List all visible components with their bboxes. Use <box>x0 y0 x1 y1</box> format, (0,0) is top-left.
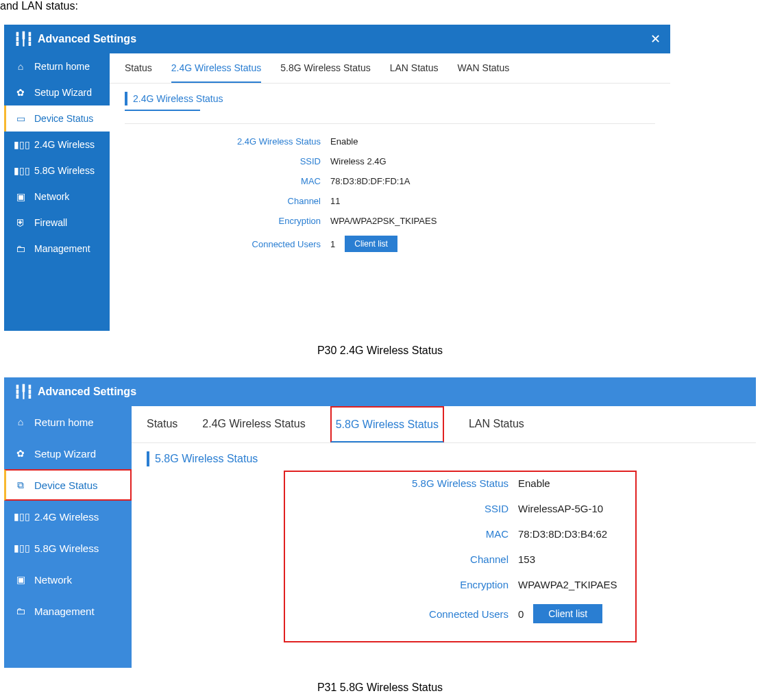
tab-wan-status[interactable]: WAN Status <box>458 53 510 83</box>
sidebar-item-device-status[interactable]: ⧉ Device Status <box>4 469 132 501</box>
sidebar-item-label: Setup Wizard <box>34 87 92 98</box>
sidebar: ⌂ Return home ✿ Setup Wizard ▭ Device St… <box>4 53 110 331</box>
tab-status[interactable]: Status <box>147 406 177 442</box>
sidebar-item-58g-wireless[interactable]: ▮▯▯ 5.8G Wireless <box>4 532 132 564</box>
monitor-icon: ▭ <box>14 113 27 124</box>
sidebar-item-label: Network <box>34 574 72 586</box>
network-icon: ▣ <box>14 191 27 202</box>
sidebar-item-label: Network <box>34 191 69 202</box>
field-row: Connected Users 1 Client list <box>125 236 655 252</box>
tab-58g-wireless-status[interactable]: 5.8G Wireless Status <box>330 406 444 442</box>
sidebar-item-setup-wizard[interactable]: ✿ Setup Wizard <box>4 79 110 105</box>
sidebar-item-24g-wireless[interactable]: ▮▯▯ 2.4G Wireless <box>4 501 132 532</box>
sidebar-item-device-status[interactable]: ▭ Device Status <box>4 105 110 132</box>
sidebar-item-label: 5.8G Wireless <box>34 542 99 554</box>
tab-58g-wireless-status[interactable]: 5.8G Wireless Status <box>280 53 371 83</box>
tab-status[interactable]: Status <box>125 53 152 83</box>
sidebar-item-label: 2.4G Wireless <box>34 511 99 523</box>
title-text: Advanced Settings <box>38 33 136 45</box>
caption-p30: P30 2.4G Wireless Status <box>0 345 760 357</box>
field-row: Connected Users 0 Client list <box>285 604 635 623</box>
field-value: 1 <box>330 239 335 249</box>
sidebar-item-label: Firewall <box>34 217 67 228</box>
field-row: Channel 153 <box>285 553 635 565</box>
field-row: Encryption WPA/WPA2PSK_TKIPAES <box>125 216 655 226</box>
screenshot-p30: ┇╿┇ Advanced Settings ✕ ⌂ Return home ✿ … <box>4 25 670 331</box>
sliders-icon: ┇╿┇ <box>14 384 32 399</box>
sidebar-item-setup-wizard[interactable]: ✿ Setup Wizard <box>4 438 132 469</box>
sidebar-item-management[interactable]: 🗀 Management <box>4 236 110 262</box>
field-label: SSID <box>285 503 518 514</box>
field-label: Connected Users <box>285 608 518 620</box>
tabs: Status 2.4G Wireless Status 5.8G Wireles… <box>110 53 670 84</box>
field-label: Channel <box>285 553 518 565</box>
field-value: 78:D3:8D:D3:B4:62 <box>518 528 607 540</box>
field-value: Enable <box>518 477 550 489</box>
tab-lan-status[interactable]: LAN Status <box>469 406 524 442</box>
sidebar-item-label: 2.4G Wireless <box>34 139 95 150</box>
panel-title-underline <box>125 110 200 111</box>
sidebar-item-label: Management <box>34 243 90 254</box>
sidebar-item-return-home[interactable]: ⌂ Return home <box>4 53 110 79</box>
field-row: Channel 11 <box>125 196 655 206</box>
signal-icon: ▮▯▯ <box>14 139 27 150</box>
monitor-icon: ⧉ <box>14 479 27 491</box>
sidebar-item-return-home[interactable]: ⌂ Return home <box>4 406 132 438</box>
field-value: Enable <box>330 136 358 147</box>
caption-p31: P31 5.8G Wireless Status <box>0 682 760 694</box>
field-value: 11 <box>330 196 340 206</box>
sliders-icon: ┇╿┇ <box>14 32 32 47</box>
shield-icon: ⛨ <box>14 217 27 228</box>
field-row: MAC 78:D3:8D:DF:FD:1A <box>125 176 655 186</box>
field-value: WirelessAP-5G-10 <box>518 503 603 514</box>
sidebar-item-management[interactable]: 🗀 Management <box>4 595 132 627</box>
field-row: SSID Wireless 2.4G <box>125 156 655 166</box>
sidebar-item-label: Management <box>34 605 95 617</box>
sidebar-item-label: Device Status <box>34 113 93 124</box>
sidebar-item-label: Return home <box>34 416 94 428</box>
title-text: Advanced Settings <box>38 386 136 398</box>
gear-icon: ✿ <box>14 448 27 459</box>
field-row: SSID WirelessAP-5G-10 <box>285 503 635 514</box>
field-label: 5.8G Wireless Status <box>285 477 518 489</box>
intro-text: and LAN status: <box>0 0 760 25</box>
screenshot-p31: ┇╿┇ Advanced Settings ⌂ Return home ✿ Se… <box>4 377 756 668</box>
briefcase-icon: 🗀 <box>14 605 27 616</box>
field-row: 2.4G Wireless Status Enable <box>125 136 655 147</box>
sidebar: ⌂ Return home ✿ Setup Wizard ⧉ Device St… <box>4 406 132 668</box>
field-label: Channel <box>125 196 330 206</box>
signal-icon: ▮▯▯ <box>14 511 27 522</box>
field-label: SSID <box>125 156 330 166</box>
field-value: Wireless 2.4G <box>330 156 387 166</box>
field-row: Encryption WPAWPA2_TKIPAES <box>285 579 635 590</box>
client-list-button[interactable]: Client list <box>345 236 397 252</box>
field-label: MAC <box>285 528 518 540</box>
network-icon: ▣ <box>14 574 27 585</box>
main-panel: Status 2.4G Wireless Status 5.8G Wireles… <box>110 53 670 331</box>
field-label: Encryption <box>285 579 518 590</box>
tab-lan-status[interactable]: LAN Status <box>390 53 439 83</box>
field-value: 0 <box>518 608 524 620</box>
highlighted-fields-box: 5.8G Wireless Status Enable SSID Wireles… <box>284 471 637 642</box>
sidebar-item-firewall[interactable]: ⛨ Firewall <box>4 210 110 236</box>
sidebar-item-24g-wireless[interactable]: ▮▯▯ 2.4G Wireless <box>4 132 110 158</box>
field-value: WPA/WPA2PSK_TKIPAES <box>330 216 437 226</box>
sidebar-item-label: 5.8G Wireless <box>34 165 95 176</box>
panel-title: 2.4G Wireless Status <box>125 92 655 105</box>
tab-24g-wireless-status[interactable]: 2.4G Wireless Status <box>171 53 262 83</box>
sidebar-item-58g-wireless[interactable]: ▮▯▯ 5.8G Wireless <box>4 158 110 184</box>
field-label: MAC <box>125 176 330 186</box>
field-label: Encryption <box>125 216 330 226</box>
field-value: 153 <box>518 553 535 565</box>
signal-icon: ▮▯▯ <box>14 542 27 553</box>
sidebar-item-label: Setup Wizard <box>34 448 96 460</box>
home-icon: ⌂ <box>14 61 27 72</box>
field-row: 5.8G Wireless Status Enable <box>285 477 635 489</box>
main-panel: Status 2.4G Wireless Status 5.8G Wireles… <box>132 406 756 668</box>
client-list-button[interactable]: Client list <box>533 604 602 623</box>
sidebar-item-network[interactable]: ▣ Network <box>4 184 110 210</box>
field-row: MAC 78:D3:8D:D3:B4:62 <box>285 528 635 540</box>
close-icon[interactable]: ✕ <box>650 32 661 47</box>
sidebar-item-network[interactable]: ▣ Network <box>4 564 132 595</box>
tab-24g-wireless-status[interactable]: 2.4G Wireless Status <box>202 406 305 442</box>
